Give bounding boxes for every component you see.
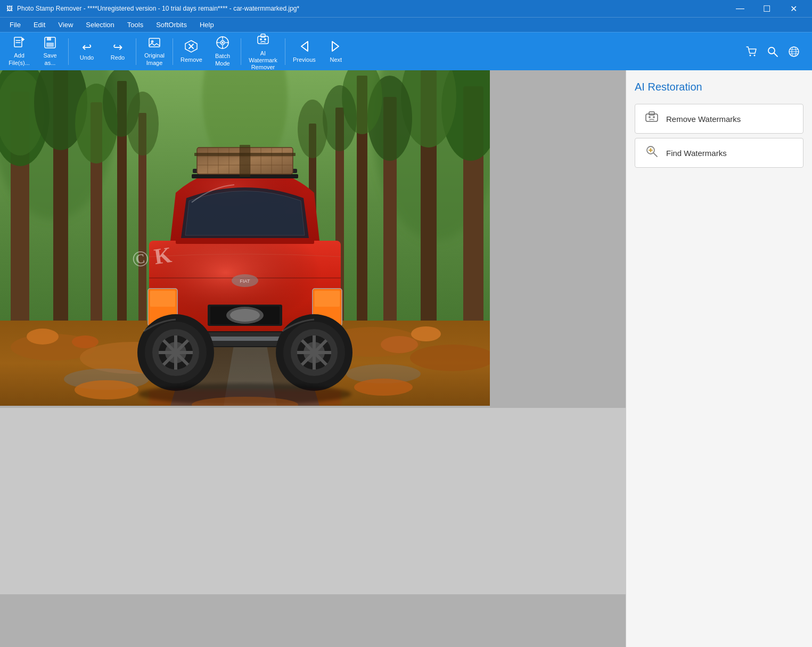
next-icon: [329, 39, 343, 55]
right-panel: AI Restoration Remove Watermarks: [626, 70, 812, 647]
svg-point-68: [411, 326, 441, 341]
image-canvas: FIAT: [0, 70, 626, 647]
svg-point-48: [127, 92, 159, 155]
svg-point-132: [75, 380, 138, 399]
previous-icon: [297, 39, 311, 55]
svg-point-79: [230, 309, 260, 322]
toolbar-sep-2: [136, 38, 136, 65]
toolbar: Add File(s)... Save as... ↩ Undo ↪ Redo: [0, 32, 812, 70]
title-bar-controls: — ☐ ✕: [728, 0, 806, 17]
svg-point-26: [754, 54, 756, 56]
remove-watermarks-label: Remove Watermarks: [666, 114, 741, 124]
panel-title: AI Restoration: [635, 81, 803, 93]
menu-selection[interactable]: Selection: [80, 19, 119, 31]
find-watermarks-button[interactable]: Find Watermarks: [635, 138, 803, 168]
svg-point-137: [649, 116, 651, 118]
menu-view[interactable]: View: [53, 19, 78, 31]
redo-label: Redo: [111, 54, 125, 61]
save-as-label: Save as...: [43, 52, 56, 66]
toolbar-sep-5: [285, 38, 285, 65]
svg-marker-24: [332, 42, 339, 51]
search-button[interactable]: [763, 42, 782, 61]
minimize-button[interactable]: —: [728, 0, 752, 17]
maximize-button[interactable]: ☐: [754, 0, 779, 17]
add-file-button[interactable]: Add File(s)...: [4, 35, 34, 69]
svg-rect-136: [649, 112, 654, 115]
remove-watermarks-button[interactable]: Remove Watermarks: [635, 104, 803, 134]
image-area: FIAT: [0, 70, 626, 647]
menu-file[interactable]: File: [4, 19, 26, 31]
svg-point-9: [151, 40, 154, 43]
previous-label: Previous: [293, 56, 316, 63]
svg-point-21: [260, 38, 262, 40]
batch-mode-button[interactable]: Batch Mode: [208, 35, 237, 69]
svg-point-138: [653, 116, 655, 118]
redo-button[interactable]: ↪ Redo: [103, 35, 133, 69]
undo-label: Undo: [80, 54, 94, 61]
menu-bar: File Edit View Selection Tools SoftOrbit…: [0, 17, 812, 32]
menu-softorbits[interactable]: SoftOrbits: [151, 19, 192, 31]
close-button[interactable]: ✕: [781, 0, 806, 17]
svg-rect-7: [46, 43, 54, 47]
main-content: FIAT: [0, 70, 812, 647]
menu-tools[interactable]: Tools: [122, 19, 149, 31]
remove-watermarks-icon: [644, 110, 660, 128]
svg-point-60: [298, 100, 327, 158]
svg-rect-101: [150, 291, 175, 307]
toolbar-sep-4: [241, 38, 241, 65]
menu-help[interactable]: Help: [194, 19, 219, 31]
app-icon: 🖼: [6, 5, 13, 12]
svg-point-133: [354, 379, 413, 396]
svg-marker-23: [301, 42, 308, 51]
remove-button[interactable]: Remove: [176, 35, 207, 69]
ai-watermark-remover-icon: [256, 32, 270, 49]
globe-button[interactable]: [784, 42, 803, 61]
car-image-svg: FIAT: [0, 70, 490, 406]
remove-icon: [184, 39, 198, 55]
original-image-icon: [148, 36, 161, 51]
svg-point-27: [768, 47, 775, 54]
below-image-area: [0, 408, 626, 594]
batch-mode-icon: [216, 36, 229, 52]
ai-watermark-remover-label: AI Watermark Remover: [249, 50, 277, 71]
find-watermarks-label: Find Watermarks: [666, 149, 727, 158]
find-watermarks-icon: [644, 144, 660, 162]
svg-point-25: [750, 54, 751, 56]
svg-point-67: [72, 335, 99, 348]
svg-line-28: [774, 53, 777, 56]
svg-point-69: [381, 336, 418, 353]
svg-rect-95: [240, 145, 250, 177]
undo-icon: ↩: [82, 42, 92, 53]
svg-rect-20: [261, 34, 265, 37]
svg-rect-110: [176, 240, 314, 244]
svg-point-59: [323, 85, 357, 151]
add-file-label: Add File(s)...: [9, 52, 30, 66]
svg-point-66: [27, 329, 59, 345]
toolbar-sep-1: [68, 38, 69, 65]
svg-point-14: [222, 42, 224, 44]
add-file-icon: [13, 36, 26, 51]
svg-rect-0: [14, 37, 22, 47]
previous-button[interactable]: Previous: [289, 35, 320, 69]
ai-watermark-remover-button[interactable]: AI Watermark Remover: [244, 35, 282, 69]
menu-edit[interactable]: Edit: [28, 19, 51, 31]
redo-icon: ↪: [113, 42, 122, 53]
svg-point-22: [264, 38, 266, 40]
title-bar-text: Photo Stamp Remover - ****Unregistered v…: [17, 5, 299, 12]
svg-text:FIAT: FIAT: [240, 279, 250, 284]
save-as-icon: [44, 36, 56, 51]
next-button[interactable]: Next: [321, 35, 351, 69]
svg-rect-105: [315, 291, 340, 307]
toolbar-sep-3: [173, 38, 173, 65]
undo-button[interactable]: ↩ Undo: [72, 35, 102, 69]
svg-line-140: [653, 153, 657, 157]
cart-button[interactable]: [742, 42, 761, 61]
title-bar-left: 🖼 Photo Stamp Remover - ****Unregistered…: [6, 5, 299, 12]
toolbar-right-icons: [742, 42, 808, 61]
original-image-label: Original Image: [144, 52, 165, 66]
save-as-button[interactable]: Save as...: [35, 35, 65, 69]
svg-rect-6: [47, 37, 51, 40]
title-bar: 🖼 Photo Stamp Remover - ****Unregistered…: [0, 0, 812, 17]
batch-mode-label: Batch Mode: [215, 53, 230, 67]
original-image-button[interactable]: Original Image: [140, 35, 169, 69]
